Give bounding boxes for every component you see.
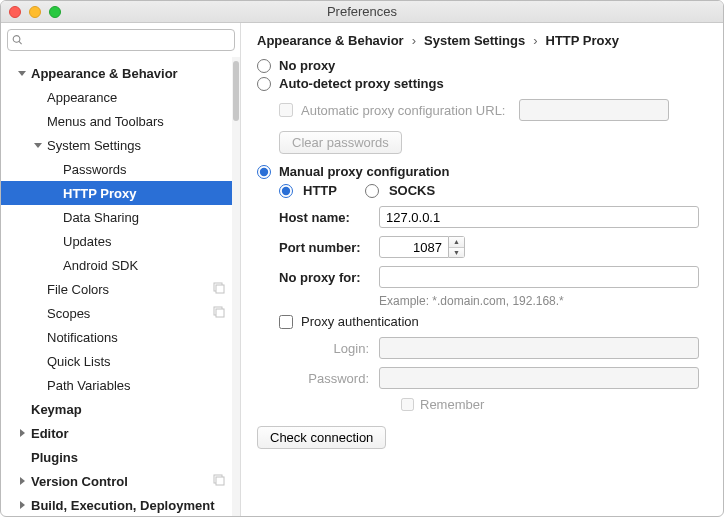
tree-item[interactable]: Editor — [1, 421, 240, 445]
password-label: Password: — [301, 371, 379, 386]
port-stepper[interactable]: ▲ ▼ — [379, 236, 465, 258]
tree-item-label: Editor — [31, 426, 69, 441]
project-scope-icon — [212, 281, 226, 295]
svg-rect-5 — [216, 477, 224, 485]
port-label: Port number: — [279, 240, 379, 255]
tree-item[interactable]: Keymap — [1, 397, 240, 421]
tree-item-label: Passwords — [63, 162, 127, 177]
no-proxy-radio[interactable] — [257, 59, 271, 73]
tree-item-label: Quick Lists — [47, 354, 111, 369]
socks-label: SOCKS — [389, 183, 435, 198]
search-input[interactable] — [27, 33, 230, 47]
tree-item-label: Notifications — [47, 330, 118, 345]
tree-item[interactable]: Version Control — [1, 469, 240, 493]
zoom-window-button[interactable] — [49, 6, 61, 18]
tree-item[interactable]: Scopes — [1, 301, 240, 325]
proxy-auth-checkbox[interactable] — [279, 315, 293, 329]
chevron-down-icon[interactable] — [31, 138, 45, 152]
svg-rect-3 — [216, 309, 224, 317]
auto-url-input — [519, 99, 669, 121]
http-radio[interactable] — [279, 184, 293, 198]
tree-item[interactable]: Android SDK — [1, 253, 240, 277]
titlebar: Preferences — [1, 1, 723, 23]
noproxyfor-label: No proxy for: — [279, 270, 379, 285]
auto-detect-label: Auto-detect proxy settings — [279, 76, 444, 91]
tree-item[interactable]: Plugins — [1, 445, 240, 469]
tree-item[interactable]: Build, Execution, Deployment — [1, 493, 240, 516]
chevron-right-icon[interactable] — [15, 426, 29, 440]
tree-item[interactable]: File Colors — [1, 277, 240, 301]
tree-item-label: Version Control — [31, 474, 128, 489]
tree-item-label: Path Variables — [47, 378, 131, 393]
noproxyfor-hint: Example: *.domain.com, 192.168.* — [379, 294, 711, 308]
auto-url-checkbox — [279, 103, 293, 117]
tree-item[interactable]: Quick Lists — [1, 349, 240, 373]
tree-item[interactable]: Appearance — [1, 85, 240, 109]
socks-radio[interactable] — [365, 184, 379, 198]
stepper-down-button[interactable]: ▼ — [449, 248, 464, 258]
chevron-down-icon[interactable] — [15, 66, 29, 80]
port-input[interactable] — [379, 236, 449, 258]
host-label: Host name: — [279, 210, 379, 225]
tree-item[interactable]: System Settings — [1, 133, 240, 157]
clear-passwords-button[interactable]: Clear passwords — [279, 131, 402, 154]
breadcrumb: Appearance & Behavior › System Settings … — [257, 33, 711, 48]
tree-item[interactable]: Updates — [1, 229, 240, 253]
proxy-auth-label: Proxy authentication — [301, 314, 419, 329]
stepper-up-button[interactable]: ▲ — [449, 237, 464, 248]
tree-item-label: Menus and Toolbars — [47, 114, 164, 129]
tree-item-label: Keymap — [31, 402, 82, 417]
project-scope-icon — [212, 305, 226, 319]
window-title: Preferences — [1, 4, 723, 19]
tree-item-label: HTTP Proxy — [63, 186, 136, 201]
tree-item-label: Data Sharing — [63, 210, 139, 225]
search-field[interactable] — [7, 29, 235, 51]
manual-proxy-label: Manual proxy configuration — [279, 164, 449, 179]
remember-label: Remember — [420, 397, 484, 412]
close-window-button[interactable] — [9, 6, 21, 18]
host-input[interactable] — [379, 206, 699, 228]
chevron-right-icon: › — [412, 33, 416, 48]
tree-item[interactable]: Menus and Toolbars — [1, 109, 240, 133]
tree-item-label: Plugins — [31, 450, 78, 465]
minimize-window-button[interactable] — [29, 6, 41, 18]
login-input — [379, 337, 699, 359]
breadcrumb-a: Appearance & Behavior — [257, 33, 404, 48]
chevron-right-icon: › — [533, 33, 537, 48]
http-label: HTTP — [303, 183, 337, 198]
tree-item-label: Android SDK — [63, 258, 138, 273]
scrollbar-thumb[interactable] — [233, 61, 239, 121]
password-input — [379, 367, 699, 389]
tree-item[interactable]: Passwords — [1, 157, 240, 181]
window-controls — [9, 6, 61, 18]
tree-item-label: Appearance — [47, 90, 117, 105]
no-proxy-label: No proxy — [279, 58, 335, 73]
breadcrumb-b: System Settings — [424, 33, 525, 48]
tree-item[interactable]: HTTP Proxy — [1, 181, 240, 205]
breadcrumb-c: HTTP Proxy — [546, 33, 619, 48]
content-pane: Appearance & Behavior › System Settings … — [241, 23, 723, 516]
tree-item[interactable]: Notifications — [1, 325, 240, 349]
project-scope-icon — [212, 473, 226, 487]
tree-item-label: Appearance & Behavior — [31, 66, 178, 81]
settings-tree: Appearance & BehaviorAppearanceMenus and… — [1, 57, 240, 516]
chevron-right-icon[interactable] — [15, 474, 29, 488]
tree-item[interactable]: Appearance & Behavior — [1, 61, 240, 85]
scrollbar-track[interactable] — [232, 57, 240, 516]
auto-url-label: Automatic proxy configuration URL: — [301, 103, 505, 118]
auto-detect-radio[interactable] — [257, 77, 271, 91]
tree-item[interactable]: Data Sharing — [1, 205, 240, 229]
tree-item-label: File Colors — [47, 282, 109, 297]
sidebar: Appearance & BehaviorAppearanceMenus and… — [1, 23, 241, 516]
tree-item-label: System Settings — [47, 138, 141, 153]
tree-item-label: Build, Execution, Deployment — [31, 498, 214, 513]
manual-proxy-radio[interactable] — [257, 165, 271, 179]
remember-checkbox — [401, 398, 414, 411]
noproxyfor-input[interactable] — [379, 266, 699, 288]
tree-item-label: Scopes — [47, 306, 90, 321]
chevron-right-icon[interactable] — [15, 498, 29, 512]
login-label: Login: — [301, 341, 379, 356]
tree-item[interactable]: Path Variables — [1, 373, 240, 397]
tree-item-label: Updates — [63, 234, 111, 249]
check-connection-button[interactable]: Check connection — [257, 426, 386, 449]
